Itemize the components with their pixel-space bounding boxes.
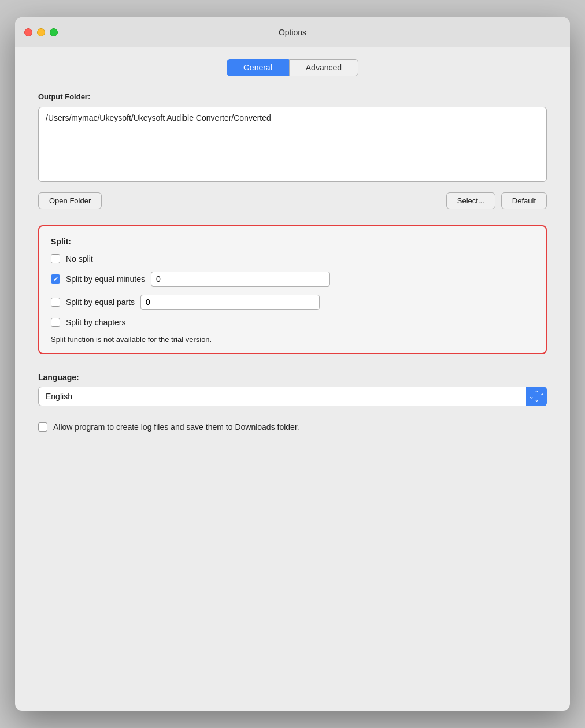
log-label: Allow program to create log files and sa… (53, 422, 299, 432)
minimize-button[interactable] (37, 28, 45, 36)
select-button[interactable]: Select... (446, 192, 495, 209)
log-option: Allow program to create log files and sa… (38, 422, 547, 432)
window-title: Options (279, 28, 306, 37)
default-button[interactable]: Default (501, 192, 547, 209)
right-buttons: Select... Default (446, 192, 547, 209)
maximize-button[interactable] (50, 28, 58, 36)
split-by-chapters-option: Split by chapters (51, 318, 534, 327)
title-bar: Options (15, 17, 570, 47)
output-folder-label: Output Folder: (38, 92, 547, 101)
tab-advanced[interactable]: Advanced (289, 59, 358, 76)
split-by-parts-input[interactable] (140, 295, 320, 310)
split-note: Split function is not available for the … (51, 335, 534, 344)
split-by-minutes-input[interactable] (151, 272, 330, 287)
open-folder-button[interactable]: Open Folder (38, 192, 102, 209)
split-by-minutes-checkbox[interactable] (51, 274, 60, 284)
language-select[interactable]: English French German Spanish Japanese C… (38, 387, 547, 406)
split-by-minutes-option: Split by equal minutes (51, 272, 534, 287)
output-folder-input[interactable] (38, 107, 547, 182)
tab-general[interactable]: General (227, 59, 289, 76)
split-by-minutes-label: Split by equal minutes (66, 274, 145, 284)
language-select-wrapper: English French German Spanish Japanese C… (38, 387, 547, 406)
split-by-parts-option: Split by equal parts (51, 295, 534, 310)
split-title: Split: (51, 237, 534, 246)
log-checkbox[interactable] (38, 422, 47, 432)
split-by-parts-checkbox[interactable] (51, 298, 60, 307)
close-button[interactable] (24, 28, 32, 36)
options-window: Options General Advanced Output Folder: … (15, 17, 570, 711)
split-by-parts-label: Split by equal parts (66, 298, 135, 307)
no-split-option: No split (51, 254, 534, 263)
no-split-label: No split (66, 254, 93, 263)
folder-button-row: Open Folder Select... Default (38, 192, 547, 209)
language-section: Language: English French German Spanish … (38, 373, 547, 406)
no-split-checkbox[interactable] (51, 254, 60, 263)
tab-bar: General Advanced (38, 59, 547, 76)
traffic-lights (24, 28, 58, 36)
split-by-chapters-label: Split by chapters (66, 318, 126, 327)
split-by-chapters-checkbox[interactable] (51, 318, 60, 327)
main-content: General Advanced Output Folder: Open Fol… (15, 47, 570, 455)
language-label: Language: (38, 373, 547, 382)
split-section: Split: No split Split by equal minutes S… (38, 225, 547, 354)
